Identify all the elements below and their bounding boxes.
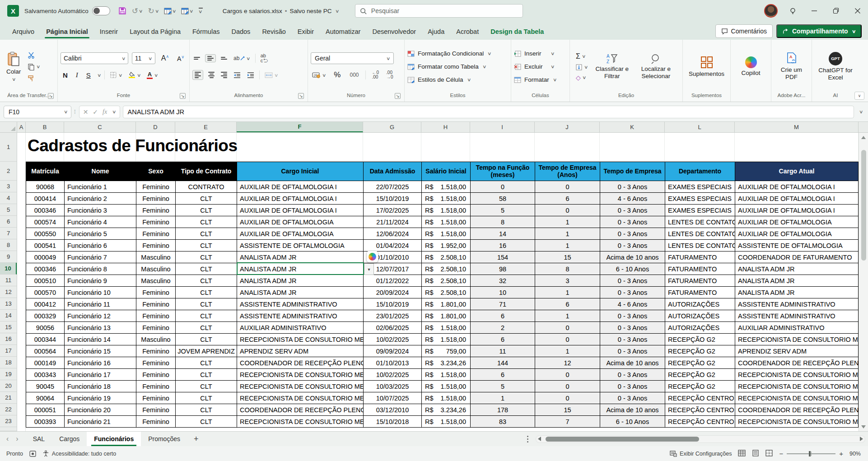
cell[interactable]: 12 — [535, 357, 600, 368]
cell[interactable]: 000574 — [26, 216, 65, 228]
cell[interactable]: 01/12/2022 — [364, 275, 422, 286]
sheet-tab-sal[interactable]: SAL — [26, 432, 52, 446]
cell[interactable]: CLT — [176, 216, 237, 228]
cell[interactable]: 000346 — [26, 263, 65, 275]
cell[interactable]: 0 - 3 Anos — [600, 380, 665, 392]
prev-sheet-icon[interactable]: ‹ — [6, 435, 9, 443]
cell[interactable]: Feminino — [136, 368, 176, 380]
cell[interactable]: 71 — [471, 298, 535, 310]
font-color-button[interactable]: A ∨ — [145, 70, 159, 80]
cell[interactable]: CLT — [176, 239, 237, 251]
cell[interactable]: CLT — [176, 357, 237, 368]
table-header-8[interactable]: Tempo na Função (meses) — [471, 162, 535, 181]
redo-icon[interactable]: ↻∨ — [146, 5, 160, 17]
cell[interactable]: EXAMES ESPECIAIS — [665, 204, 735, 216]
normal-view-icon[interactable] — [738, 450, 746, 458]
cell[interactable]: Feminino — [136, 204, 176, 216]
cell[interactable]: Feminino — [136, 216, 176, 228]
fill-color-button[interactable]: ∨ — [127, 71, 142, 79]
underline-button[interactable]: S — [84, 71, 93, 79]
cell[interactable]: CLT — [176, 392, 237, 404]
cell[interactable]: Feminino — [136, 321, 176, 333]
cell[interactable]: Funcionário 21 — [65, 415, 136, 427]
cell[interactable]: CLT — [176, 321, 237, 333]
cell[interactable]: 000550 — [26, 228, 65, 239]
paste-button[interactable]: Colar ∨ — [3, 50, 24, 84]
cell[interactable]: R$1.801,00 — [422, 310, 471, 321]
cell[interactable]: CLT — [176, 404, 237, 415]
cell[interactable]: Funcionário 6 — [65, 239, 136, 251]
cell[interactable]: 0 - 3 Anos — [600, 228, 665, 239]
cell[interactable]: 17/02/2025 — [364, 204, 422, 216]
cell[interactable]: 6 — [535, 192, 600, 204]
zoom-out-icon[interactable]: − — [779, 450, 783, 457]
row-header-3[interactable]: 3 — [0, 181, 17, 192]
number-dialog-launcher-icon[interactable]: ↘ — [395, 93, 401, 99]
cell[interactable]: LENTES DE CONTATO — [665, 216, 735, 228]
cell[interactable]: AUXILIAR DE OFTALMOLOGIA I — [735, 192, 859, 204]
cell[interactable]: Funcionário 1 — [65, 181, 136, 192]
cell[interactable]: 0 - 3 Anos — [600, 310, 665, 321]
column-header-A[interactable]: A — [17, 122, 26, 132]
cell[interactable]: Funcionário 8 — [65, 263, 136, 275]
cell[interactable]: RECEPCIONISTA DE CONSULTORIO MEDIC — [237, 380, 364, 392]
cell[interactable]: ANALISTA ADM JR — [237, 286, 364, 298]
zoom-in-icon[interactable]: + — [839, 450, 843, 457]
wrap-text-button[interactable]: abc⮌ — [259, 52, 270, 64]
cell[interactable]: 03/12/2010 — [364, 404, 422, 415]
cell[interactable]: 2 — [471, 321, 535, 333]
cell[interactable]: Acima de 10 anos — [600, 404, 665, 415]
cell[interactable]: 6 - 10 Anos — [600, 415, 665, 427]
cell[interactable]: RECEPCIONISTA DE CONSULTORIO MEDIC — [237, 415, 364, 427]
cell[interactable]: 15/10/2018 — [364, 415, 422, 427]
document-title[interactable]: Cargos e salarios.xlsx • Salvo neste PC … — [223, 8, 339, 14]
formula-input[interactable]: ANALISTA ADM JR — [123, 106, 854, 118]
column-header-H[interactable]: H — [421, 122, 470, 132]
cell[interactable]: Feminino — [136, 404, 176, 415]
cell[interactable]: CLT — [176, 263, 237, 275]
cell[interactable]: 01/10/2013 — [364, 357, 422, 368]
sheet-tab-cargos[interactable]: Cargos — [52, 432, 87, 446]
cell[interactable]: RECEPÇÃO G2 — [665, 380, 735, 392]
cell[interactable]: 15/10/2019 — [364, 298, 422, 310]
cell[interactable]: 0 — [535, 321, 600, 333]
ribbon-tab-revis-o[interactable]: Revisão — [256, 24, 291, 40]
cell[interactable]: RECEPÇÃO G2 — [665, 368, 735, 380]
vertical-scrollbar[interactable] — [859, 133, 868, 431]
cell[interactable]: 178 — [471, 404, 535, 415]
cell[interactable]: ANALISTA ADM JR — [237, 251, 364, 263]
cell[interactable]: ASSISTENTE ADMINISTRATIVO — [735, 310, 859, 321]
cell[interactable]: AUXILIAR ADMINISTRATIVO — [237, 321, 364, 333]
row-header-21[interactable]: 21 — [0, 392, 17, 404]
save-status[interactable]: Salvo neste PC — [289, 8, 331, 14]
cell[interactable]: Funcionário 7 — [65, 251, 136, 263]
cell[interactable]: R$1.518,00 — [422, 368, 471, 380]
merge-center-button[interactable]: ∨ — [263, 71, 279, 79]
align-center-icon[interactable] — [207, 71, 216, 79]
cell[interactable]: 10/03/2025 — [364, 380, 422, 392]
row-header-23[interactable]: 23 — [0, 415, 17, 427]
cancel-formula-icon[interactable]: ✕ — [83, 108, 89, 116]
cell[interactable]: ANALISTA ADM JR — [237, 263, 364, 275]
cell[interactable]: CLT — [176, 333, 237, 345]
row-header-14[interactable]: 14 — [0, 310, 17, 321]
cell[interactable]: Feminino — [136, 415, 176, 427]
customize-qat-icon[interactable]: ∨ — [197, 6, 205, 15]
cell[interactable]: R$2.508,10 — [422, 275, 471, 286]
cell[interactable]: Feminino — [136, 345, 176, 357]
ribbon-tab-dados[interactable]: Dados — [225, 24, 256, 40]
ribbon-tab-acrobat[interactable]: Acrobat — [450, 24, 485, 40]
cell[interactable]: 10/02/2025 — [364, 368, 422, 380]
cell[interactable]: FATURAMENTO — [665, 251, 735, 263]
row-header-7[interactable]: 7 — [0, 228, 17, 239]
cell[interactable]: Feminino — [136, 298, 176, 310]
bold-button[interactable]: N — [61, 71, 70, 79]
ribbon-tab-inserir[interactable]: Inserir — [94, 24, 124, 40]
cell[interactable]: ANALISTA ADM JR — [735, 263, 859, 275]
cell[interactable]: 6 — [471, 310, 535, 321]
align-top-icon[interactable] — [192, 56, 201, 61]
title-row[interactable]: Cadrastos de Funcionários — [26, 133, 859, 162]
ribbon-tab-layout-da-p-gina[interactable]: Layout da Página — [124, 24, 187, 40]
cell[interactable]: CLT — [176, 298, 237, 310]
comments-button[interactable]: Comentários — [715, 24, 773, 38]
